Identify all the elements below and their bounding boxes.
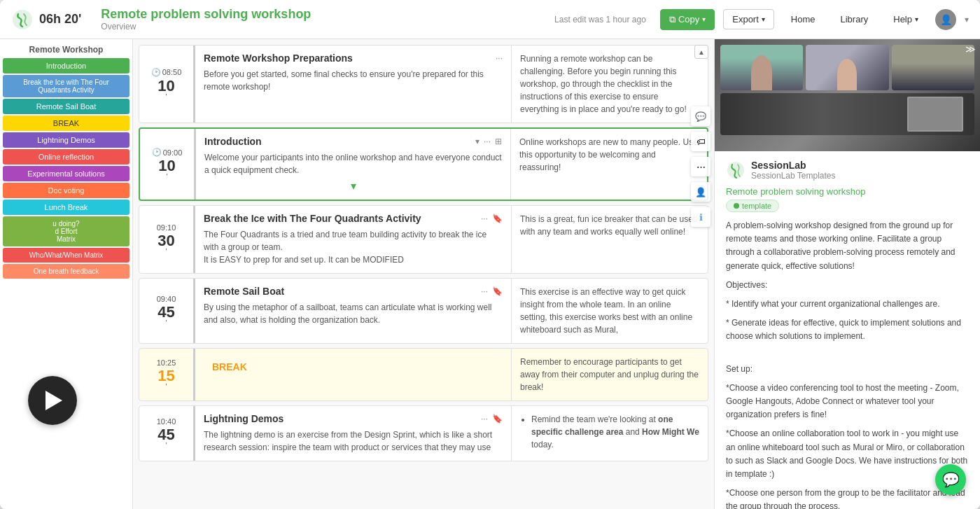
block-break: 10:25 15 ' BREAK Remember to encourage p… [139, 348, 708, 401]
sidebar-item-four-quadrants[interactable]: Break the Ice with The Four Quadrants Ac… [3, 75, 130, 97]
block-right-6: Remind the team we're looking at one spe… [512, 406, 708, 461]
more-icon-3[interactable]: ··· [481, 214, 488, 223]
app-wrapper: 06h 20' Remote problem solving workshop … [0, 0, 980, 509]
duration-unit-6: ' [165, 441, 167, 449]
more-icon-6[interactable]: ··· [481, 414, 488, 424]
block-time-4: 09:40 45 ' [139, 279, 195, 343]
user-dropdown-arrow[interactable]: ▾ [965, 15, 969, 25]
block-actions-1[interactable]: ··· [496, 53, 503, 63]
break-title: BREAK [204, 356, 503, 375]
start-time-3: 09:10 [157, 223, 176, 232]
chevron-down-icon[interactable]: ▾ [475, 137, 479, 146]
sidebar-item-effort-matrix[interactable]: u doing?d EffortMatrix [3, 216, 130, 246]
block-content-4: Remote Sail Boat ··· 🔖 By using the meta… [195, 279, 512, 343]
block-four-quadrants: 09:10 30 ' Break the Ice with The Four Q… [139, 205, 708, 274]
block-actions-2[interactable]: ▾ ··· ⊞ [475, 137, 502, 146]
objective-1: * Identify what your current organizatio… [726, 298, 969, 311]
library-label: Library [841, 14, 869, 25]
bookmark-icon-6[interactable]: 🔖 [492, 414, 503, 424]
collapse-button[interactable]: ▲ [694, 45, 708, 59]
block-title-4: Remote Sail Boat [204, 286, 284, 297]
template-badge: template [726, 200, 779, 212]
right-panel-image: ≫ [715, 39, 980, 151]
template-badge-label: template [742, 202, 771, 210]
block-actions-3[interactable]: ··· 🔖 [481, 214, 503, 223]
expand-panel-icon[interactable]: ≫ [965, 43, 976, 55]
sidebar-item-experimental[interactable]: Experimental solutions [3, 166, 130, 181]
sidebar-item-doc-voting[interactable]: Doc voting [3, 183, 130, 198]
objectives-title: Objectives: [726, 279, 969, 292]
more-icon-4[interactable]: ··· [481, 286, 488, 296]
bookmark-icon-4[interactable]: 🔖 [492, 286, 503, 296]
time-display: 06h 20' [39, 12, 81, 27]
block-actions-6[interactable]: ··· 🔖 [481, 414, 503, 424]
copy-icon: ⧉ [669, 14, 676, 25]
home-button[interactable]: Home [783, 10, 824, 29]
library-button[interactable]: Library [832, 10, 877, 29]
help-label: Help [893, 14, 912, 25]
block-header-4: Remote Sail Boat ··· 🔖 [204, 286, 503, 297]
sidebar-item-lunch-break[interactable]: Lunch Break [3, 200, 130, 215]
sessionlab-logo-icon [11, 8, 34, 31]
block-title-1: Remote Workshop Preparations [204, 53, 353, 64]
last-edit-text: Last edit was 1 hour ago [554, 15, 646, 25]
block-right-5: Remember to encourage participants to ge… [512, 349, 708, 400]
setup-2: *Choose an online collaboration tool to … [726, 427, 969, 481]
play-button[interactable] [28, 376, 77, 425]
start-time-2: 🕑 09:00 [152, 148, 183, 157]
more-icon[interactable]: ··· [484, 137, 491, 146]
setup-3: *Choose one person from the group to be … [726, 487, 969, 509]
sessionlab-logo-small [726, 160, 746, 180]
title-section: Remote problem solving workshop Overview [101, 7, 546, 32]
sessionlab-info: SessionLab SessionLab Templates [751, 160, 836, 181]
block-title-2: Introduction [204, 136, 262, 147]
video-placeholder [715, 39, 980, 151]
sidebar-item-remote-sail-boat[interactable]: Remote Sail Boat [3, 99, 130, 114]
export-dropdown-arrow: ▾ [762, 15, 765, 23]
duration-unit-5: ' [165, 382, 167, 391]
block-right-2: Online workshops are new to many people.… [511, 129, 707, 200]
block-actions-4[interactable]: ··· 🔖 [481, 286, 503, 296]
block-time-6: 10:40 45 ' [139, 406, 195, 461]
block-time-2: 🕑 09:00 10 ' [140, 129, 196, 200]
description-para-1: A problem-solving workshop designed from… [726, 219, 969, 273]
sessionlab-author-sub: SessionLab Templates [751, 171, 836, 181]
block-right-1: Running a remote workshop can be challen… [512, 46, 708, 123]
chat-icon: 💬 [942, 471, 960, 488]
main-content: Remote Workshop Introduction Break the I… [0, 39, 980, 509]
sessionlab-header: SessionLab SessionLab Templates [726, 160, 969, 181]
copy-button[interactable]: ⧉ Copy ▾ [660, 9, 715, 30]
block-time-5: 10:25 15 ' [139, 349, 195, 400]
expand-button-2[interactable]: ▾ [204, 179, 502, 193]
objective-2: * Generate ideas for effective, quick to… [726, 316, 969, 343]
sidebar-item-break[interactable]: BREAK [3, 116, 130, 131]
block-desc-4: By using the metaphor of a sailboat, tea… [204, 301, 503, 326]
bookmark-icon-3[interactable]: 🔖 [492, 214, 503, 223]
block-title-6: Lightning Demos [204, 413, 284, 424]
start-time-6: 10:40 [157, 417, 176, 426]
right-panel: ≫ SessionLab SessionLab Templates Remote… [714, 39, 980, 509]
sidebar-item-one-breath[interactable]: One breath feedback [3, 264, 130, 279]
play-triangle-icon [46, 391, 62, 410]
user-avatar[interactable]: 👤 [935, 9, 956, 30]
help-button[interactable]: Help ▾ [885, 10, 927, 29]
top-nav: 06h 20' Remote problem solving workshop … [0, 0, 980, 39]
start-time-1: 🕑 08:50 [151, 68, 182, 77]
chat-bubble-button[interactable]: 💬 [935, 464, 966, 495]
block-header-1: Remote Workshop Preparations ··· [204, 53, 503, 64]
block-header-2: Introduction ▾ ··· ⊞ [204, 136, 502, 147]
block-preparations: 🕑 08:50 10 ' Remote Workshop Preparation… [139, 45, 708, 123]
logo-area: 06h 20' [11, 8, 81, 31]
sidebar-item-introduction[interactable]: Introduction [3, 58, 130, 74]
export-button[interactable]: Export ▾ [723, 9, 774, 29]
block-desc-6: The lightning demo is an exercise from t… [204, 428, 503, 454]
template-dot [734, 203, 739, 209]
copy-dropdown-arrow: ▾ [702, 15, 706, 23]
block-desc-3: The Four Quadrants is a tried and true t… [204, 228, 503, 266]
workshop-link[interactable]: Remote problem solving workshop [726, 186, 969, 197]
sidebar-item-who-what[interactable]: Who/What/When Matrix [3, 248, 130, 263]
block-content-2: Introduction ▾ ··· ⊞ Welcome your partic… [196, 129, 511, 200]
link-icon[interactable]: ⊞ [495, 137, 502, 146]
sidebar-item-online-reflection[interactable]: Online reflection [3, 149, 130, 165]
sidebar-item-lightning-demos[interactable]: Lightning Demos [3, 132, 130, 148]
